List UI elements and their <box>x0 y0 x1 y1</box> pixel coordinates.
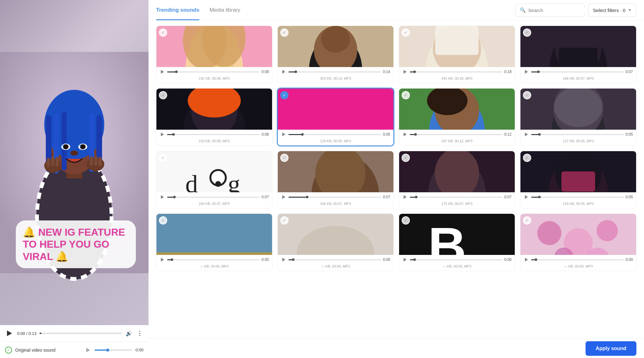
card-play-button[interactable] <box>281 257 287 262</box>
sound-card[interactable]: dg ✓ 0:07 184 KB, 00:07, MP3 <box>156 151 272 208</box>
header-right: 🔍 Select filters · 0 ▼ <box>515 3 636 17</box>
card-check-icon[interactable]: ✓ <box>523 91 531 99</box>
card-play-button[interactable] <box>402 69 408 75</box>
original-sound-progress-bar[interactable] <box>94 349 132 351</box>
sound-card[interactable]: ✓ 0:00 — KB, 00:00, MP3 <box>277 213 394 271</box>
svg-point-13 <box>63 144 69 149</box>
sound-card[interactable]: ✓ 0:08 210 KB, 00:08, MP3 <box>156 88 272 146</box>
card-check-icon[interactable]: ✓ <box>159 216 167 225</box>
card-progress-bar[interactable] <box>167 259 260 260</box>
card-check-icon[interactable]: ✓ <box>402 28 410 37</box>
card-progress-bar[interactable] <box>289 259 381 260</box>
card-check-icon[interactable]: ✓ <box>523 216 531 225</box>
card-progress-bar[interactable] <box>167 197 260 198</box>
card-progress-bar[interactable] <box>289 71 381 72</box>
more-options-button[interactable]: ⋮ <box>136 330 143 337</box>
card-progress-dot <box>538 196 541 198</box>
card-check-icon[interactable]: ✓ <box>523 28 531 37</box>
card-play-button[interactable] <box>160 194 165 200</box>
card-check-icon[interactable]: ✓ <box>280 216 289 225</box>
card-thumbnail: dg ✓ <box>156 151 272 192</box>
card-progress-dot <box>538 133 541 136</box>
card-check-icon[interactable]: ✓ <box>402 154 410 162</box>
card-progress-bar[interactable] <box>410 197 502 198</box>
sound-card[interactable]: ✓ 0:05 137 KB, 00:05, MP3 <box>520 88 636 146</box>
card-play-button[interactable] <box>524 257 529 262</box>
sound-card[interactable]: B ✓ 0:00 — KB, 00:00, MP3 <box>399 213 515 271</box>
video-play-button[interactable] <box>5 329 14 338</box>
card-thumbnail: ✓ <box>156 89 272 130</box>
card-time: 0:05 <box>626 195 633 199</box>
sound-card[interactable]: ✓ 0:12 287 KB, 00:12, MP3 <box>399 88 515 146</box>
sound-card[interactable]: ✓ 0:07 166 KB, 00:07, MP3 <box>277 151 394 208</box>
card-play-button[interactable] <box>281 194 287 200</box>
card-check-icon[interactable]: ✓ <box>159 91 167 99</box>
sound-card[interactable]: ✓ 0:05 126 KB, 00:05, MP3 <box>520 151 636 208</box>
card-progress-bar[interactable] <box>289 134 381 135</box>
card-audio-row: 0:14 <box>278 67 393 76</box>
sound-card[interactable]: ✓ 0:14 353 KB, 00:14, MP3 <box>277 26 394 83</box>
filter-label: Select filters · 0 <box>593 8 626 13</box>
video-progress-bar[interactable] <box>39 333 122 334</box>
card-play-button[interactable] <box>402 257 408 262</box>
card-progress-bar[interactable] <box>410 71 502 72</box>
card-thumbnail: ✓ <box>399 151 515 192</box>
search-input[interactable] <box>528 8 588 13</box>
sound-card[interactable]: ✓ 0:07 186 KB, 00:07, MP3 <box>520 26 636 83</box>
card-play-button[interactable] <box>524 194 529 200</box>
card-play-button[interactable] <box>160 132 165 137</box>
apply-sound-button[interactable]: Apply sound <box>586 341 636 356</box>
card-thumbnail: ✓ <box>520 214 636 255</box>
card-meta: 137 KB, 00:05, MP3 <box>520 139 636 145</box>
card-progress-bar[interactable] <box>289 197 381 198</box>
card-meta: 166 KB, 00:07, MP3 <box>278 201 393 208</box>
card-play-button[interactable] <box>281 69 287 75</box>
volume-button[interactable]: 🔊 <box>125 330 133 337</box>
card-play-button[interactable] <box>281 132 287 137</box>
card-check-icon[interactable]: ✓ <box>402 91 410 99</box>
card-progress-bar[interactable] <box>531 71 624 72</box>
card-check-icon[interactable]: ✓ <box>523 154 531 162</box>
original-sound-fill <box>94 349 108 351</box>
card-check-icon[interactable]: ✓ <box>280 91 289 99</box>
card-time: 0:07 <box>262 195 269 199</box>
card-time: 0:00 <box>383 257 390 262</box>
card-progress-bar[interactable] <box>410 134 502 135</box>
tab-media-library[interactable]: Media library <box>210 0 240 20</box>
search-box: 🔍 <box>515 3 585 17</box>
card-audio-row: 0:07 <box>278 192 393 201</box>
card-play-button[interactable] <box>402 132 408 137</box>
card-audio-row: 0:08 <box>156 130 272 139</box>
card-play-button[interactable] <box>524 69 529 75</box>
tab-trending-sounds[interactable]: Trending sounds <box>156 0 199 20</box>
card-time: 0:05 <box>626 132 633 137</box>
card-check-icon[interactable]: ✓ <box>280 154 289 162</box>
card-play-button[interactable] <box>402 194 408 200</box>
card-thumbnail: ✓ <box>156 214 272 255</box>
svg-text:B: B <box>428 216 466 255</box>
sound-card[interactable]: ✓ 0:07 175 KB, 00:07, MP3 <box>399 151 515 208</box>
card-check-icon[interactable]: ✓ <box>402 216 410 225</box>
card-progress-bar[interactable] <box>531 197 624 198</box>
sound-card[interactable]: ✓ 0:18 441 KB, 00:18, MP3 <box>399 26 515 83</box>
card-check-icon[interactable]: ✓ <box>159 154 167 162</box>
card-check-icon[interactable]: ✓ <box>280 28 289 37</box>
card-progress-dot <box>301 133 304 136</box>
svg-point-60 <box>215 181 221 187</box>
sound-card[interactable]: ✓ 0:00 — KB, 00:00, MP3 <box>520 213 636 271</box>
card-play-button[interactable] <box>160 257 165 262</box>
card-progress-bar[interactable] <box>531 134 624 135</box>
card-progress-bar[interactable] <box>167 71 260 72</box>
sound-card[interactable]: ✓ 0:08 192 KB, 00:08, MP3 <box>156 26 272 83</box>
card-time: 0:07 <box>626 70 633 74</box>
card-progress-bar[interactable] <box>167 134 260 135</box>
original-sound-play-button[interactable] <box>85 347 91 353</box>
card-check-icon[interactable]: ✓ <box>159 28 167 37</box>
filter-button[interactable]: Select filters · 0 ▼ <box>588 3 636 17</box>
card-progress-bar[interactable] <box>531 259 624 260</box>
card-play-button[interactable] <box>160 69 165 75</box>
card-play-button[interactable] <box>524 132 529 137</box>
card-progress-bar[interactable] <box>410 259 502 260</box>
sound-card[interactable]: ✓ 0:00 — KB, 00:00, MP3 <box>156 213 272 271</box>
sound-card[interactable]: ✓ 0:05 129 KB, 00:05, MP3 <box>277 88 394 146</box>
